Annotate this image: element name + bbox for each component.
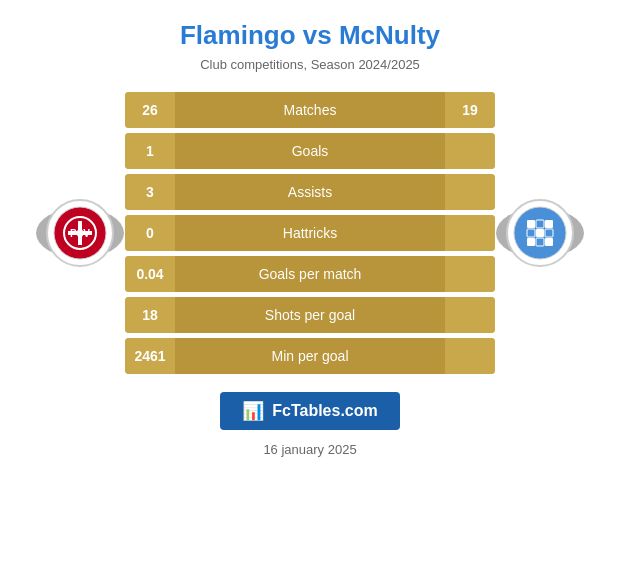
main-container: Flamingo vs McNulty Club competitions, S… — [0, 0, 620, 580]
svg-rect-10 — [527, 229, 535, 237]
fctables-banner[interactable]: 📊 FcTables.com — [220, 392, 400, 430]
right-team-logo — [495, 188, 585, 278]
pec-logo — [506, 199, 574, 267]
stat-left-hattricks: 0 — [125, 215, 175, 251]
svg-rect-15 — [545, 238, 553, 246]
stat-label-goals-per-match: Goals per match — [175, 256, 445, 292]
stat-left-goals: 1 — [125, 133, 175, 169]
stat-label-goals: Goals — [175, 133, 445, 169]
stat-label-matches: Matches — [175, 92, 445, 128]
psv-logo: PSV — [46, 199, 114, 267]
stat-label-hattricks: Hattricks — [175, 215, 445, 251]
stat-row-goals: 1 Goals — [125, 133, 495, 169]
stat-row-assists: 3 Assists — [125, 174, 495, 210]
banner-text: FcTables.com — [272, 402, 378, 420]
stats-section: 26 Matches 19 1 Goals 3 Assists 0 Hattri… — [125, 92, 495, 374]
stat-left-assists: 3 — [125, 174, 175, 210]
date-footer: 16 january 2025 — [263, 442, 356, 457]
page-title: Flamingo vs McNulty — [180, 20, 440, 51]
stat-right-goals-per-match — [445, 256, 495, 292]
stat-label-min-per-goal: Min per goal — [175, 338, 445, 374]
left-team-logo: PSV — [35, 188, 125, 278]
page-subtitle: Club competitions, Season 2024/2025 — [200, 57, 420, 72]
chart-icon: 📊 — [242, 400, 264, 422]
stat-right-matches: 19 — [445, 92, 495, 128]
stat-right-min-per-goal — [445, 338, 495, 374]
comparison-section: PSV 26 Matches 19 1 Goals 3 Assists — [10, 92, 610, 374]
stat-left-matches: 26 — [125, 92, 175, 128]
svg-rect-8 — [536, 220, 544, 228]
stat-label-assists: Assists — [175, 174, 445, 210]
stat-right-shots-per-goal — [445, 297, 495, 333]
svg-text:PSV: PSV — [70, 228, 90, 239]
stat-row-hattricks: 0 Hattricks — [125, 215, 495, 251]
stat-row-shots-per-goal: 18 Shots per goal — [125, 297, 495, 333]
stat-row-goals-per-match: 0.04 Goals per match — [125, 256, 495, 292]
svg-rect-9 — [545, 220, 553, 228]
stat-right-goals — [445, 133, 495, 169]
psv-logo-svg: PSV — [53, 206, 107, 260]
stat-right-assists — [445, 174, 495, 210]
svg-rect-11 — [536, 229, 544, 237]
stat-left-goals-per-match: 0.04 — [125, 256, 175, 292]
stat-row-min-per-goal: 2461 Min per goal — [125, 338, 495, 374]
stat-left-min-per-goal: 2461 — [125, 338, 175, 374]
svg-rect-13 — [527, 238, 535, 246]
stat-label-shots-per-goal: Shots per goal — [175, 297, 445, 333]
stat-right-hattricks — [445, 215, 495, 251]
svg-rect-7 — [527, 220, 535, 228]
stat-row-matches: 26 Matches 19 — [125, 92, 495, 128]
stat-left-shots-per-goal: 18 — [125, 297, 175, 333]
pec-logo-svg — [513, 206, 567, 260]
svg-rect-14 — [536, 238, 544, 246]
svg-rect-12 — [545, 229, 553, 237]
